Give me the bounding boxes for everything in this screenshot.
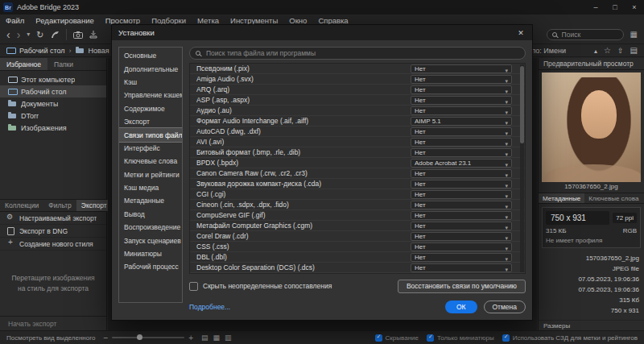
menu-item[interactable]: Справка xyxy=(312,16,353,25)
back-icon[interactable] xyxy=(6,29,10,40)
camera-import-icon[interactable] xyxy=(73,31,83,39)
dialog-close-icon[interactable]: ✕ xyxy=(510,25,532,40)
panel-tab[interactable]: Экспорт xyxy=(76,200,112,211)
upload-icon[interactable] xyxy=(617,47,624,55)
menu-item[interactable]: Окно xyxy=(283,16,312,25)
preferences-nav-item[interactable]: Связи типов файлов xyxy=(119,128,182,141)
refresh-icon[interactable] xyxy=(36,31,43,39)
favorites-item[interactable]: Изображения xyxy=(0,122,106,134)
preferences-nav-item[interactable]: Управление кэшем xyxy=(119,89,182,102)
scrollbar-thumb[interactable] xyxy=(520,66,524,143)
association-dropdown[interactable]: Нет xyxy=(411,75,512,84)
association-dropdown[interactable]: Нет xyxy=(411,127,512,136)
zoom-in-icon[interactable]: + xyxy=(188,334,193,342)
menu-item[interactable]: Просмотр xyxy=(100,16,146,25)
forward-icon[interactable] xyxy=(17,29,21,40)
association-dropdown[interactable]: Нет xyxy=(411,106,512,115)
export-preset-item[interactable]: Настраиваемый экспорт xyxy=(0,212,106,225)
search-input[interactable] xyxy=(560,30,618,39)
hide-undefined-checkbox[interactable] xyxy=(189,282,198,291)
association-dropdown[interactable]: Нет xyxy=(411,211,512,220)
workspace-icon[interactable] xyxy=(630,31,638,39)
checkbox-icon[interactable] xyxy=(375,334,382,342)
preferences-nav-item[interactable]: Интерфейс xyxy=(119,142,182,155)
favorites-item[interactable]: Этот компьютер xyxy=(0,73,106,85)
menu-item[interactable]: Файл xyxy=(0,16,30,25)
preferences-nav-item[interactable]: Вывод xyxy=(119,208,182,221)
menu-item[interactable]: Инструменты xyxy=(225,16,283,25)
preferences-nav-item[interactable]: Экспорт xyxy=(119,115,182,128)
preview-image[interactable] xyxy=(542,73,641,182)
export-dropzone[interactable]: Перетащите изображения на стиль для эксп… xyxy=(0,251,106,316)
association-dropdown[interactable]: Нет xyxy=(411,169,512,178)
close-icon[interactable]: × xyxy=(625,0,644,15)
preview-panel-tab[interactable]: Предварительный просмотр xyxy=(539,58,644,70)
association-dropdown[interactable]: Нет xyxy=(411,138,512,147)
preferences-nav-item[interactable]: Миниатюры xyxy=(119,247,182,260)
panel-tab[interactable]: Ключевые слова xyxy=(584,193,642,203)
cancel-button[interactable]: Отмена xyxy=(484,300,526,313)
status-option[interactable]: Только миниатюры xyxy=(427,334,494,342)
preferences-nav-item[interactable]: Кэш медиа xyxy=(119,181,182,194)
association-dropdown[interactable]: Нет xyxy=(411,263,512,272)
checkbox-icon[interactable] xyxy=(502,334,510,342)
boomerang-icon[interactable] xyxy=(51,31,60,39)
ok-button[interactable]: ОК xyxy=(445,300,477,313)
file-type-search-input[interactable] xyxy=(204,48,519,58)
zoom-track[interactable] xyxy=(112,337,184,338)
preferences-nav-item[interactable]: Кэш xyxy=(119,76,182,89)
panel-tab[interactable]: Фильтр xyxy=(43,200,76,211)
favorites-item[interactable]: Рабочий стол xyxy=(0,85,106,97)
preferences-nav-item[interactable]: Метки и рейтинги xyxy=(119,168,182,181)
association-dropdown[interactable]: Нет xyxy=(411,180,512,189)
association-dropdown[interactable]: Нет xyxy=(411,85,512,94)
association-dropdown[interactable]: AIMP 5.1 xyxy=(411,117,512,126)
export-preset-item[interactable]: Экспорт в DNG xyxy=(0,225,106,238)
association-dropdown[interactable]: Нет xyxy=(411,201,512,209)
rating-filter-icon[interactable] xyxy=(604,46,611,55)
checkbox-icon[interactable] xyxy=(427,334,434,342)
view-mode-icon[interactable] xyxy=(630,46,638,55)
association-dropdown[interactable]: Adobe Acrobat 23.1 xyxy=(411,159,512,168)
panel-tab[interactable]: Папки xyxy=(47,58,80,70)
preferences-nav-item[interactable]: Воспроизведение xyxy=(119,221,182,234)
favorites-item[interactable]: DTorr xyxy=(0,110,106,122)
list-view-icon[interactable] xyxy=(201,334,208,342)
learn-more-link[interactable]: Подробнее... xyxy=(189,303,230,311)
grid-view-icon[interactable] xyxy=(213,334,221,342)
zoom-out-icon[interactable]: − xyxy=(103,334,108,342)
import-icon[interactable] xyxy=(89,31,97,39)
panel-tab[interactable]: Избранное xyxy=(0,58,47,70)
maximize-icon[interactable]: □ xyxy=(605,0,625,15)
detail-view-icon[interactable] xyxy=(225,334,232,342)
association-dropdown[interactable]: Нет xyxy=(411,148,512,157)
favorites-item[interactable]: Документы xyxy=(0,97,106,110)
preferences-nav-item[interactable]: Содержимое xyxy=(119,102,182,115)
sort-direction-icon[interactable] xyxy=(594,47,597,55)
start-export-button[interactable]: Начать экспорт xyxy=(0,316,106,330)
zoom-handle[interactable] xyxy=(137,334,142,340)
panel-tab[interactable]: Метаданные xyxy=(539,193,584,203)
restore-defaults-button[interactable]: Восстановить связи по умолчанию xyxy=(398,280,526,293)
menu-item[interactable]: Подборки xyxy=(146,16,192,25)
toolbar-search[interactable] xyxy=(547,29,624,40)
recent-dropdown-icon[interactable] xyxy=(27,31,30,38)
scrollbar[interactable] xyxy=(520,64,524,272)
menu-item[interactable]: Редактирование xyxy=(30,16,99,25)
file-type-search[interactable] xyxy=(189,47,526,60)
panel-tab[interactable]: Коллекции xyxy=(0,200,43,211)
minimize-icon[interactable]: – xyxy=(586,0,605,15)
preferences-nav-item[interactable]: Дополнительные xyxy=(119,62,182,75)
preferences-nav-item[interactable]: Ключевые слова xyxy=(119,155,182,168)
association-dropdown[interactable]: Нет xyxy=(411,253,512,262)
preferences-nav-item[interactable]: Запуск сценариев xyxy=(119,234,182,247)
association-dropdown[interactable]: Нет xyxy=(411,96,512,105)
association-dropdown[interactable]: Нет xyxy=(411,64,512,73)
breadcrumb-item[interactable]: Рабочий стол xyxy=(19,47,65,55)
preferences-nav-item[interactable]: Рабочий процесс xyxy=(119,260,182,273)
preferences-nav-item[interactable]: Метаданные xyxy=(119,194,182,207)
menu-item[interactable]: Метка xyxy=(192,16,225,25)
association-dropdown[interactable]: Нет xyxy=(411,232,512,241)
status-option[interactable]: Скрывание xyxy=(375,334,419,342)
export-preset-item[interactable]: Создание нового стиля xyxy=(0,238,106,251)
